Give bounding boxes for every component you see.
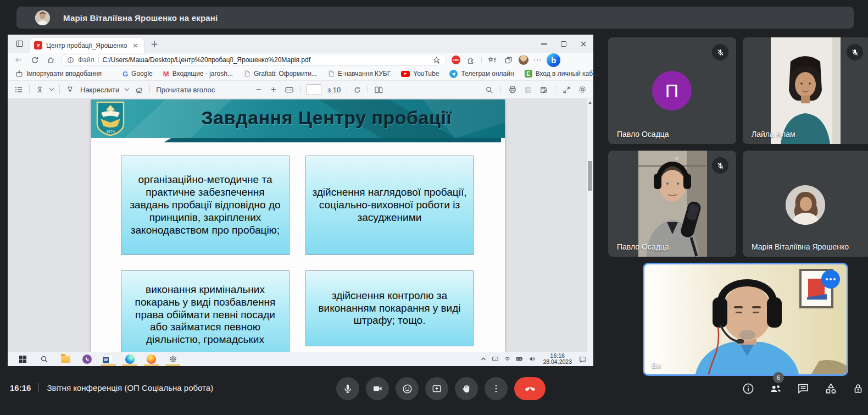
tab-close-icon[interactable]: × — [131, 41, 140, 49]
end-call-button[interactable] — [514, 377, 546, 400]
participant-photo-avatar — [786, 185, 825, 225]
laila-video — [771, 37, 841, 144]
settings-gear-icon[interactable] — [162, 352, 183, 366]
firefox-icon[interactable] — [141, 352, 162, 366]
search-icon[interactable] — [485, 86, 493, 94]
browser-tab-active[interactable]: Центр пробації_Ярошенко Мар × — [30, 38, 144, 53]
battery-icon[interactable] — [516, 356, 524, 362]
bookmark-google[interactable]: G Google — [123, 70, 153, 78]
speaker-icon[interactable] — [528, 356, 536, 362]
participant-name: Марія Віталіївна Ярошенко — [752, 242, 849, 251]
tile-options-button[interactable] — [821, 270, 840, 289]
page-icon — [327, 70, 335, 78]
tray-expand-icon[interactable] — [480, 356, 487, 362]
meeting-time: 16:16 — [10, 383, 31, 392]
page-view-icon[interactable] — [374, 86, 383, 94]
telegram-icon — [449, 70, 458, 78]
meeting-details-button[interactable] — [741, 381, 756, 396]
back-icon[interactable] — [13, 56, 24, 64]
edge-taskbar-icon[interactable] — [119, 352, 141, 366]
bookmark-grafiati[interactable]: Grafiati: Оформити... — [243, 70, 317, 78]
tab-actions-icon[interactable] — [12, 37, 26, 51]
toc-icon[interactable] — [14, 85, 23, 94]
viber-icon[interactable] — [76, 352, 98, 366]
host-controls-button[interactable] — [850, 381, 866, 396]
display-icon[interactable] — [492, 356, 499, 362]
system-tray: 16:16 28.04.2023 — [480, 353, 589, 366]
pdf-page-input[interactable] — [307, 84, 321, 95]
taskbar-clock[interactable]: 16:16 28.04.2023 — [543, 353, 572, 366]
reactions-button[interactable] — [396, 377, 419, 400]
home-icon[interactable] — [45, 56, 56, 64]
participants-button[interactable]: 6 — [768, 381, 783, 396]
extensions-icon[interactable] — [465, 56, 476, 64]
draw-pen-icon[interactable] — [66, 86, 74, 94]
save-icon[interactable] — [524, 86, 532, 94]
info-icon[interactable] — [67, 57, 74, 64]
bookmark-elearning[interactable]: Е-навчання КУБГ — [327, 70, 391, 78]
close-button[interactable]: × — [574, 35, 593, 53]
zoom-in-icon[interactable] — [270, 86, 277, 93]
present-screen-button[interactable] — [425, 377, 448, 400]
wifi-icon[interactable] — [504, 356, 511, 362]
file-explorer-icon[interactable] — [55, 352, 76, 366]
pdf-scrollbar-thumb[interactable] — [588, 161, 592, 191]
bing-sidebar-icon[interactable]: b — [547, 53, 560, 67]
pdf-settings-gear-icon[interactable] — [578, 85, 587, 94]
bookmark-cabinet[interactable]: Е Вход в личный каб... — [525, 70, 599, 78]
participant-count-badge: 6 — [773, 372, 784, 383]
chat-button[interactable] — [795, 381, 811, 396]
fit-width-icon[interactable] — [285, 86, 294, 94]
refresh-icon[interactable] — [29, 56, 40, 64]
participant-name: Павло Осадца — [617, 242, 669, 251]
more-options-button[interactable] — [485, 377, 508, 400]
activities-button[interactable] — [823, 381, 838, 396]
highlighter-dropdown-icon[interactable] — [49, 86, 54, 91]
maximize-button[interactable] — [554, 35, 574, 53]
rotate-icon[interactable] — [353, 86, 361, 94]
slide-box-4: здійснення контролю за виконанням покара… — [305, 270, 474, 346]
highlighter-icon[interactable] — [36, 86, 44, 94]
participant-tile-pavlo-1[interactable]: П Павло Осадца — [608, 37, 736, 144]
print-icon[interactable] — [508, 86, 517, 94]
taskbar-search-icon[interactable] — [34, 352, 55, 366]
start-button[interactable] — [12, 352, 34, 366]
meeting-title: Звітня конференція (ОП Соціальна робота) — [47, 383, 213, 392]
adblock-icon[interactable]: ABP — [452, 56, 460, 64]
save-as-icon[interactable] — [539, 86, 548, 94]
action-center-icon[interactable] — [579, 356, 587, 363]
bookmark-gmail[interactable]: M Входящие - jarosh... — [163, 70, 233, 78]
pdf-content-area[interactable]: Завдання Центру пробації 1874 організаці… — [8, 99, 593, 352]
add-favorite-icon[interactable] — [432, 56, 441, 64]
participant-tile-laila[interactable]: Лайла Алам — [743, 37, 868, 144]
gmail-icon: M — [163, 70, 169, 78]
fullscreen-icon[interactable] — [563, 86, 571, 94]
eraser-icon[interactable] — [135, 86, 143, 94]
word-icon[interactable]: W — [98, 352, 119, 366]
participant-tile-pavlo-2[interactable]: Павло Осадца — [608, 151, 736, 257]
bookmark-import[interactable]: Імпортувати вподобання — [15, 70, 102, 78]
bookmark-youtube[interactable]: YouTube — [401, 70, 439, 78]
self-view-tile[interactable]: Ви — [643, 263, 848, 376]
minimize-button[interactable] — [534, 35, 554, 53]
favorites-icon[interactable] — [487, 56, 498, 64]
zoom-out-icon[interactable] — [255, 86, 263, 93]
draw-dropdown-icon[interactable] — [125, 86, 129, 91]
mic-button[interactable] — [336, 377, 359, 400]
pdf-scrollbar[interactable] — [587, 99, 593, 352]
browser-menu-icon[interactable]: ··· — [533, 56, 542, 64]
draw-label[interactable]: Накреслити — [80, 86, 119, 94]
bookmark-telegram[interactable]: Телеграм онлайн — [449, 70, 514, 78]
participant-tile-maria[interactable]: Марія Віталіївна Ярошенко — [743, 151, 868, 257]
raise-hand-button[interactable] — [455, 377, 478, 400]
camera-button[interactable] — [366, 377, 389, 400]
collections-icon[interactable] — [503, 56, 514, 64]
slide-title: Завдання Центру пробації — [152, 107, 502, 129]
scroll-up-icon[interactable] — [588, 101, 592, 104]
browser-address-row: Файл C:/Users/Маша/Desktop/Центр%20проба… — [8, 53, 593, 67]
read-aloud-button[interactable]: Прочитати вголос — [156, 86, 215, 94]
youtube-icon — [401, 71, 410, 77]
new-tab-button[interactable]: + — [151, 38, 158, 49]
profile-avatar[interactable] — [519, 55, 528, 65]
address-bar[interactable]: Файл C:/Users/Маша/Desktop/Центр%20проба… — [61, 54, 447, 66]
